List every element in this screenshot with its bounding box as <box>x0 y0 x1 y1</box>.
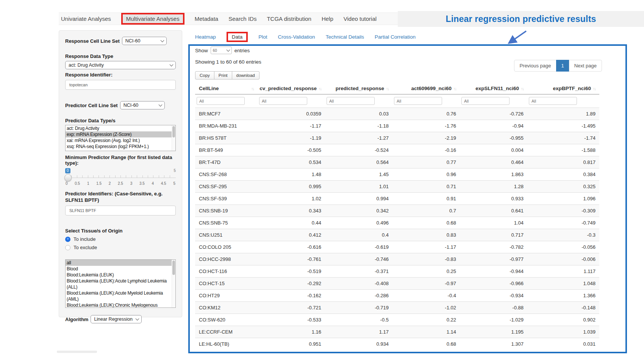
response-cell-line-set-select[interactable]: NCI-60 <box>122 37 167 45</box>
table-row[interactable]: CO:HCT-15-0.292-0.408-0.97-0.9661.048 <box>195 278 599 290</box>
filter-input-predicted-response[interactable] <box>327 97 375 105</box>
algorithm-select[interactable]: Linear Regression <box>91 315 141 323</box>
nav-item-search-ids[interactable]: Search IDs <box>228 16 256 22</box>
sort-arrows-icon[interactable]: ↑↓ <box>386 86 389 91</box>
table-row[interactable]: CNS:U2510.4120.40.830.717-0.3 <box>195 229 599 241</box>
table-row[interactable]: CO:COLO 205-0.616-0.619-1.17-0.782-0.056 <box>195 241 599 253</box>
option-all[interactable]: all <box>66 260 175 266</box>
column-header-cv-predicted-response[interactable]: cv_predicted_response↑↓ <box>258 83 325 94</box>
table-row[interactable]: CO:SW-620-0.533-0.50.22-1.0290.902 <box>195 314 599 326</box>
value-cell: -0.616 <box>258 241 325 253</box>
sort-arrows-icon[interactable]: ↑↓ <box>251 86 254 91</box>
print-button[interactable]: Print <box>214 71 232 80</box>
option-blood-leukemia-leuk-acute-lymphoid-leukemia-all[interactable]: Blood:Leukemia (LEUK):Acute Lymphoid Leu… <box>66 278 175 290</box>
nav-item-tcga-distribution[interactable]: TCGA distribution <box>267 16 311 22</box>
table-row[interactable]: CNS:SNB-190.3430.3420.70.641-0.309 <box>195 205 599 217</box>
show-entries-select[interactable]: 60 <box>211 47 232 54</box>
predictor-identifiers-input[interactable] <box>65 206 176 215</box>
table-row[interactable]: LE:CCRF-CEM1.161.171.141.1951.039 <box>195 326 599 338</box>
sort-arrows-icon[interactable]: ↑↓ <box>593 86 596 91</box>
option-xsq-rna-seq-expression-log2-fpkm-1[interactable]: xsq: RNA-seq Expression (log2 FPKM+1.) <box>66 144 175 150</box>
results-tabs: HeatmapDataPlotCross-ValidationTechnical… <box>195 32 416 42</box>
predictor-data-types-listbox[interactable]: act: Drug Activityexp: mRNA Expression (… <box>65 125 176 151</box>
table-row[interactable]: CO:HCT-116-0.519-0.3710.25-0.9441.117 <box>195 265 599 278</box>
filter-input-cv-predicted-response[interactable] <box>259 97 307 105</box>
slider-tick-label: 0 <box>66 181 68 186</box>
cell-line-cell: LE:CCRF-CEM <box>195 326 258 338</box>
column-header-act609699-nci60[interactable]: act609699_nci60↑↓ <box>392 83 460 94</box>
nav-item-metadata[interactable]: Metadata <box>195 16 219 22</box>
option-act-drug-activity[interactable]: act: Drug Activity <box>66 125 175 131</box>
sort-arrows-icon[interactable]: ↑↓ <box>453 86 456 91</box>
table-row[interactable]: BR:HS 578T-1.19-1.27-2.19-0.955-1.74 <box>195 132 599 144</box>
filter-input-expbptf-nci60[interactable] <box>529 97 577 105</box>
nav-item-help[interactable]: Help <box>322 16 333 22</box>
slider-max-label: 5 <box>174 169 176 173</box>
previous-page-button[interactable]: Previous page <box>514 60 556 72</box>
column-header-expbptf-nci60[interactable]: expBPTF_nci60↑↓ <box>527 83 599 94</box>
option-exp-mrna-expression-z-score[interactable]: exp: mRNA Expression (Z-Score) <box>66 131 175 137</box>
scrollbar-thumb[interactable] <box>172 126 175 137</box>
tissue-listbox[interactable]: allBloodBlood:Leukemia (LEUK)Blood:Leuke… <box>65 259 176 308</box>
scrollbar-track[interactable] <box>172 125 175 151</box>
radio-button-icon[interactable] <box>65 237 70 242</box>
option-blood-leukemia-leuk-chronic-myelogenous-leukemia-cml[interactable]: Blood:Leukemia (LEUK):Chronic Myelogenou… <box>66 302 175 308</box>
copy-button[interactable]: Copy <box>195 71 214 80</box>
tab-technical-details[interactable]: Technical Details <box>326 34 364 40</box>
filter-input-expslfn11-nci60[interactable] <box>461 97 510 105</box>
column-header-cellline[interactable]: CellLine↑↓ <box>195 83 258 94</box>
table-row[interactable]: CNS:SNB-750.440.4960.681.04-0.749 <box>195 217 599 229</box>
table-row[interactable]: BR:BT-549-0.505-0.524-0.160.004-1.588 <box>195 144 599 156</box>
table-row[interactable]: LE:HL-60(TB)0.9510.9340.681.3070.031 <box>195 338 599 350</box>
filter-input-act609699-nci60[interactable] <box>394 97 442 105</box>
value-cell: 1.307 <box>460 338 527 350</box>
tab-heatmap[interactable]: Heatmap <box>195 34 216 40</box>
sort-arrows-icon[interactable]: ↑↓ <box>319 86 321 91</box>
column-header-predicted-response[interactable]: predicted_response↑↓ <box>325 83 392 94</box>
value-cell: -0.006 <box>527 253 599 265</box>
radio-to-exclude[interactable]: To exclude <box>65 245 176 250</box>
nav-item-video-tutorial[interactable]: Video tutorial <box>344 16 377 22</box>
table-row[interactable]: BR:T-47D0.5340.5640.770.4640.817 <box>195 156 599 169</box>
table-row[interactable]: CO:HT29-0.162-0.286-0.4-0.9341.366 <box>195 290 599 302</box>
slider-tick-label: 2 <box>109 181 111 186</box>
download-button[interactable]: download <box>232 71 259 80</box>
nav-item-univariate-analyses[interactable]: Univariate Analyses <box>61 16 111 22</box>
table-row[interactable]: BR:MCF70.03590.030.76-0.7261.89 <box>195 108 599 120</box>
filter-input-cellline[interactable] <box>197 97 245 105</box>
option-xai-mrna-expression-avg-log2-int[interactable]: xai: mRNA Expression (Avg. log2 Int.) <box>66 137 175 144</box>
slider-tick-label: 0.5 <box>75 181 80 186</box>
table-row[interactable]: CNS:SF-2681.481.450.961.8630.384 <box>195 169 599 181</box>
radio-to-include[interactable]: To include <box>65 236 176 242</box>
option-blood-leukemia-leuk[interactable]: Blood:Leukemia (LEUK) <box>66 272 175 278</box>
table-row[interactable]: CNS:SF-2950.9951.010.711.280.325 <box>195 181 599 193</box>
tab-data[interactable]: Data <box>227 32 248 42</box>
slider-handle[interactable] <box>64 174 72 181</box>
column-header-expslfn11-nci60[interactable]: expSLFN11_nci60↑↓ <box>460 83 527 94</box>
scrollbar-track[interactable] <box>172 260 175 307</box>
table-row[interactable]: CO:KM12-0.721-0.719-1.02-0.88-0.148 <box>195 302 599 314</box>
table-row[interactable]: BR:MDA-MB-231-1.17-1.18-1.76-0.94-1.495 <box>195 120 599 132</box>
table-row[interactable]: CO:HCC-2998-0.761-0.746-0.83-0.977-0.006 <box>195 253 599 265</box>
sort-arrows-icon[interactable]: ↑↓ <box>521 86 524 91</box>
scrollbar-thumb[interactable] <box>172 261 175 275</box>
option-blood-leukemia-leuk-acute-myeloid-leukemia-aml[interactable]: Blood:Leukemia (LEUK):Acute Myeloid Leuk… <box>66 290 175 302</box>
table-row[interactable]: CNS:SF-5391.020.9940.910.9331.096 <box>195 193 599 205</box>
value-cell: -0.533 <box>258 314 325 326</box>
next-page-button[interactable]: Next page <box>569 60 602 72</box>
response-data-type-select[interactable]: act: Drug Activity <box>65 61 176 69</box>
nav-item-multivariate-analyses[interactable]: Multivariate Analyses <box>121 13 184 25</box>
min-predictor-range-slider[interactable]: 0 5 00.511.522.533.544.55 <box>65 168 176 186</box>
predictor-cell-line-set-select[interactable]: NCI-60 <box>120 101 165 109</box>
response-identifier-input[interactable] <box>65 80 176 90</box>
page-number-button[interactable]: 1 <box>556 60 569 72</box>
cell-line-cell: CNS:SF-539 <box>195 193 258 205</box>
cell-line-cell: CNS:SNB-75 <box>195 217 258 229</box>
value-cell: 0.031 <box>527 338 599 350</box>
option-blood[interactable]: Blood <box>66 266 175 272</box>
tab-cross-validation[interactable]: Cross-Validation <box>278 34 315 40</box>
tab-plot[interactable]: Plot <box>258 34 267 40</box>
tab-partial-correlation[interactable]: Partial Correlation <box>375 34 416 40</box>
radio-button-icon[interactable] <box>65 245 70 250</box>
value-cell: -0.4 <box>392 290 460 302</box>
